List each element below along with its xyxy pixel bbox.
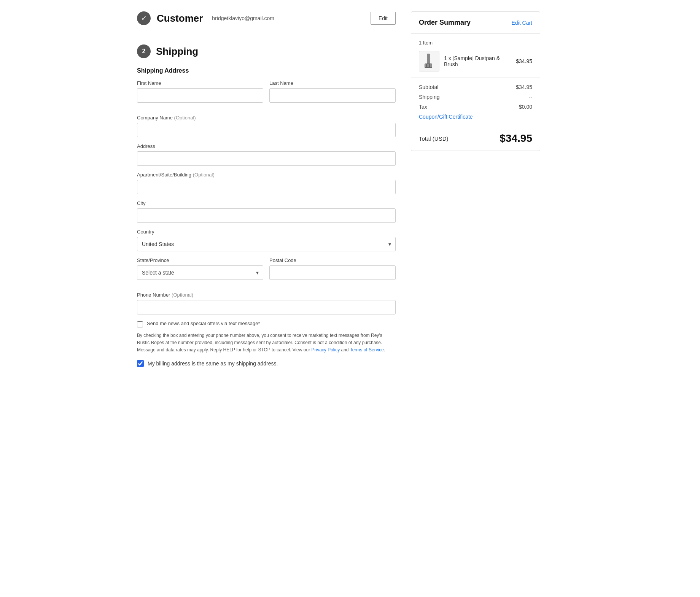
first-name-input[interactable] [137,88,263,103]
first-name-label: First Name [137,80,263,86]
postal-code-input[interactable] [269,265,396,280]
sms-checkbox-label: Send me news and special offers via text… [147,321,260,326]
order-summary: Order Summary Edit Cart 1 Item [411,11,540,151]
billing-checkbox-label: My billing address is the same as my shi… [148,360,278,367]
phone-label: Phone Number (Optional) [137,292,396,298]
city-group: City [137,200,396,223]
grand-total-amount: $34.95 [500,132,532,144]
subtotal-row: Subtotal $34.95 [419,84,532,90]
terms-of-service-link[interactable]: Terms of Service [350,347,384,352]
checkmark-icon: ✓ [137,11,151,25]
address-input[interactable] [137,151,396,166]
shipping-title: Shipping [156,46,198,57]
order-summary-header: Order Summary Edit Cart [411,12,540,34]
order-totals: Subtotal $34.95 Shipping -- Tax $0.00 Co… [411,78,540,126]
order-item: 1 x [Sample] Dustpan & Brush $34.95 [419,51,532,71]
phone-group: Phone Number (Optional) [137,292,396,314]
state-select[interactable]: Select a state Alabama Alaska Arizona Ca… [137,265,263,280]
first-name-group: First Name [137,80,263,103]
subtotal-value: $34.95 [516,84,532,90]
country-select-wrapper: United States Canada United Kingdom Aust… [137,237,396,251]
last-name-group: Last Name [269,80,396,103]
sms-checkbox-row: Send me news and special offers via text… [137,321,396,327]
billing-same-checkbox[interactable] [137,360,144,367]
country-group: Country United States Canada United King… [137,229,396,251]
apartment-group: Apartment/Suite/Building (Optional) [137,172,396,194]
state-label: State/Province [137,257,263,263]
address-group: Address [137,143,396,166]
tax-label: Tax [419,104,427,110]
privacy-policy-link[interactable]: Privacy Policy [311,347,340,352]
step-number: 2 [137,44,151,58]
edit-customer-button[interactable]: Edit [371,12,396,25]
order-items-section: 1 Item [411,34,540,78]
svg-rect-3 [427,64,428,67]
svg-rect-2 [425,64,426,67]
state-postal-row: State/Province Select a state Alabama Al… [137,257,396,286]
last-name-label: Last Name [269,80,396,86]
apartment-input[interactable] [137,180,396,194]
svg-rect-0 [427,54,430,64]
apartment-label: Apartment/Suite/Building (Optional) [137,172,396,178]
tax-value: $0.00 [519,104,532,110]
coupon-row: Coupon/Gift Certificate [419,114,532,120]
order-summary-title: Order Summary [419,19,471,27]
shipping-header: 2 Shipping [137,44,396,58]
postal-label: Postal Code [269,257,396,263]
shipping-value: -- [529,94,532,100]
main-content: ✓ Customer bridgetklaviyo@gmail.com Edit… [137,11,396,367]
address-label: Address [137,143,396,149]
customer-section: ✓ Customer bridgetklaviyo@gmail.com Edit [137,11,396,33]
country-select[interactable]: United States Canada United Kingdom Aust… [137,237,396,251]
postal-group: Postal Code [269,257,396,280]
company-name-label: Company Name (Optional) [137,115,396,121]
item-name: 1 x [Sample] Dustpan & Brush [444,55,511,67]
name-row: First Name Last Name [137,80,396,109]
last-name-input[interactable] [269,88,396,103]
svg-rect-5 [430,64,431,67]
customer-email: bridgetklaviyo@gmail.com [212,15,274,21]
item-image [419,51,439,71]
shipping-section: 2 Shipping Shipping Address First Name L… [137,44,396,367]
state-select-wrapper: Select a state Alabama Alaska Arizona Ca… [137,265,263,280]
dustpan-brush-image [422,53,437,70]
company-name-input[interactable] [137,123,396,137]
item-details: 1 x [Sample] Dustpan & Brush [444,55,511,67]
country-label: Country [137,229,396,235]
billing-checkbox-row: My billing address is the same as my shi… [137,360,396,367]
svg-rect-6 [431,64,432,67]
shipping-row: Shipping -- [419,94,532,100]
city-input[interactable] [137,208,396,223]
tax-row: Tax $0.00 [419,104,532,110]
svg-rect-4 [428,64,429,67]
customer-title: Customer [157,13,203,24]
phone-input[interactable] [137,300,396,314]
shipping-address-title: Shipping Address [137,67,396,74]
shipping-label: Shipping [419,94,440,100]
coupon-link[interactable]: Coupon/Gift Certificate [419,114,473,120]
grand-total-section: Total (USD) $34.95 [411,126,540,151]
grand-total-row: Total (USD) $34.95 [419,132,532,144]
item-price: $34.95 [516,58,532,64]
items-count: 1 Item [419,40,532,46]
edit-cart-link[interactable]: Edit Cart [512,20,532,26]
grand-total-label: Total (USD) [419,135,449,142]
subtotal-label: Subtotal [419,84,438,90]
consent-text: By checking the box and entering your ph… [137,332,396,354]
sms-checkbox[interactable] [137,321,143,327]
city-label: City [137,200,396,206]
state-group: State/Province Select a state Alabama Al… [137,257,263,280]
sidebar: Order Summary Edit Cart 1 Item [411,11,540,367]
company-name-group: Company Name (Optional) [137,115,396,137]
